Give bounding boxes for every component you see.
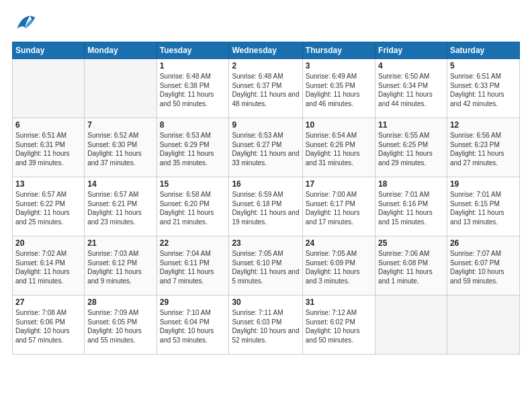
day-number: 31 [306, 298, 372, 307]
calendar-cell: 30Sunrise: 7:11 AM Sunset: 6:03 PM Dayli… [229, 295, 302, 355]
day-info: Sunrise: 6:59 AM Sunset: 6:18 PM Dayligh… [232, 190, 299, 226]
day-info: Sunrise: 7:04 AM Sunset: 6:11 PM Dayligh… [160, 249, 226, 285]
day-number: 5 [450, 61, 517, 71]
day-info: Sunrise: 6:56 AM Sunset: 6:23 PM Dayligh… [450, 131, 517, 167]
day-info: Sunrise: 6:58 AM Sunset: 6:20 PM Dayligh… [160, 190, 226, 226]
day-number: 15 [160, 179, 226, 189]
calendar-cell: 5Sunrise: 6:51 AM Sunset: 6:33 PM Daylig… [447, 59, 519, 118]
calendar-cell: 7Sunrise: 6:52 AM Sunset: 6:30 PM Daylig… [85, 118, 157, 177]
day-number: 26 [450, 238, 517, 248]
day-number: 24 [306, 238, 372, 248]
day-number: 1 [160, 61, 226, 71]
day-info: Sunrise: 7:12 AM Sunset: 6:02 PM Dayligh… [306, 308, 372, 345]
calendar-cell: 11Sunrise: 6:55 AM Sunset: 6:25 PM Dayli… [375, 118, 447, 177]
calendar-cell: 26Sunrise: 7:07 AM Sunset: 6:07 PM Dayli… [447, 236, 519, 295]
day-number: 3 [306, 61, 372, 71]
calendar-week-row: 1Sunrise: 6:48 AM Sunset: 6:38 PM Daylig… [13, 59, 520, 118]
day-number: 29 [160, 298, 226, 307]
calendar-cell: 13Sunrise: 6:57 AM Sunset: 6:22 PM Dayli… [13, 177, 85, 236]
logo [12, 11, 40, 36]
calendar-day-header: Saturday [447, 42, 519, 59]
day-number: 4 [378, 61, 444, 71]
calendar-cell: 19Sunrise: 7:01 AM Sunset: 6:15 PM Dayli… [447, 177, 519, 236]
day-info: Sunrise: 6:54 AM Sunset: 6:26 PM Dayligh… [306, 131, 372, 167]
calendar-cell: 2Sunrise: 6:48 AM Sunset: 6:37 PM Daylig… [229, 59, 302, 118]
calendar-cell: 12Sunrise: 6:56 AM Sunset: 6:23 PM Dayli… [447, 118, 519, 177]
day-number: 12 [450, 120, 517, 130]
logo-icon [12, 11, 38, 36]
calendar-week-row: 27Sunrise: 7:08 AM Sunset: 6:06 PM Dayli… [13, 295, 520, 355]
calendar-cell: 15Sunrise: 6:58 AM Sunset: 6:20 PM Dayli… [157, 177, 229, 236]
calendar-cell: 22Sunrise: 7:04 AM Sunset: 6:11 PM Dayli… [157, 236, 229, 295]
day-info: Sunrise: 7:06 AM Sunset: 6:08 PM Dayligh… [378, 249, 444, 285]
calendar-cell: 8Sunrise: 6:53 AM Sunset: 6:29 PM Daylig… [157, 118, 229, 177]
day-info: Sunrise: 7:01 AM Sunset: 6:16 PM Dayligh… [378, 190, 444, 226]
day-info: Sunrise: 6:51 AM Sunset: 6:31 PM Dayligh… [15, 131, 81, 167]
calendar-cell: 18Sunrise: 7:01 AM Sunset: 6:16 PM Dayli… [375, 177, 447, 236]
calendar-table: SundayMondayTuesdayWednesdayThursdayFrid… [12, 42, 520, 355]
day-number: 16 [232, 179, 299, 189]
day-number: 19 [450, 179, 517, 189]
day-number: 8 [160, 120, 226, 130]
calendar-cell: 27Sunrise: 7:08 AM Sunset: 6:06 PM Dayli… [13, 295, 85, 355]
calendar-day-header: Friday [375, 42, 447, 59]
calendar-cell: 16Sunrise: 6:59 AM Sunset: 6:18 PM Dayli… [229, 177, 302, 236]
calendar-week-row: 13Sunrise: 6:57 AM Sunset: 6:22 PM Dayli… [13, 177, 520, 236]
calendar-week-row: 6Sunrise: 6:51 AM Sunset: 6:31 PM Daylig… [13, 118, 520, 177]
calendar-cell: 31Sunrise: 7:12 AM Sunset: 6:02 PM Dayli… [302, 295, 375, 355]
day-info: Sunrise: 7:00 AM Sunset: 6:17 PM Dayligh… [306, 190, 372, 226]
calendar-cell: 28Sunrise: 7:09 AM Sunset: 6:05 PM Dayli… [85, 295, 157, 355]
calendar-day-header: Monday [85, 42, 157, 59]
header [12, 11, 520, 36]
day-info: Sunrise: 6:57 AM Sunset: 6:21 PM Dayligh… [87, 190, 153, 226]
calendar-cell: 6Sunrise: 6:51 AM Sunset: 6:31 PM Daylig… [13, 118, 85, 177]
day-info: Sunrise: 7:05 AM Sunset: 6:10 PM Dayligh… [232, 249, 299, 285]
calendar-cell [447, 295, 519, 355]
day-info: Sunrise: 6:55 AM Sunset: 6:25 PM Dayligh… [378, 131, 444, 167]
day-info: Sunrise: 6:57 AM Sunset: 6:22 PM Dayligh… [15, 190, 81, 226]
calendar-cell: 25Sunrise: 7:06 AM Sunset: 6:08 PM Dayli… [375, 236, 447, 295]
day-info: Sunrise: 6:51 AM Sunset: 6:33 PM Dayligh… [450, 72, 517, 108]
day-number: 9 [232, 120, 299, 130]
calendar-cell: 1Sunrise: 6:48 AM Sunset: 6:38 PM Daylig… [157, 59, 229, 118]
day-number: 22 [160, 238, 226, 248]
day-info: Sunrise: 6:52 AM Sunset: 6:30 PM Dayligh… [87, 131, 153, 167]
calendar-cell [375, 295, 447, 355]
day-info: Sunrise: 7:05 AM Sunset: 6:09 PM Dayligh… [306, 249, 372, 285]
calendar-cell [13, 59, 85, 118]
calendar-day-header: Sunday [13, 42, 85, 59]
calendar-cell: 14Sunrise: 6:57 AM Sunset: 6:21 PM Dayli… [85, 177, 157, 236]
day-info: Sunrise: 6:48 AM Sunset: 6:37 PM Dayligh… [232, 72, 299, 108]
calendar-header-row: SundayMondayTuesdayWednesdayThursdayFrid… [13, 42, 520, 59]
calendar-cell: 9Sunrise: 6:53 AM Sunset: 6:27 PM Daylig… [229, 118, 302, 177]
calendar-cell: 21Sunrise: 7:03 AM Sunset: 6:12 PM Dayli… [85, 236, 157, 295]
day-info: Sunrise: 7:09 AM Sunset: 6:05 PM Dayligh… [87, 308, 153, 345]
day-info: Sunrise: 7:08 AM Sunset: 6:06 PM Dayligh… [15, 308, 81, 345]
day-number: 27 [15, 298, 81, 307]
day-info: Sunrise: 6:53 AM Sunset: 6:27 PM Dayligh… [232, 131, 299, 167]
calendar-cell: 3Sunrise: 6:49 AM Sunset: 6:35 PM Daylig… [302, 59, 375, 118]
calendar-cell: 20Sunrise: 7:02 AM Sunset: 6:14 PM Dayli… [13, 236, 85, 295]
calendar-day-header: Thursday [302, 42, 375, 59]
day-number: 25 [378, 238, 444, 248]
day-number: 18 [378, 179, 444, 189]
day-number: 17 [306, 179, 372, 189]
day-info: Sunrise: 7:01 AM Sunset: 6:15 PM Dayligh… [450, 190, 517, 226]
day-info: Sunrise: 6:50 AM Sunset: 6:34 PM Dayligh… [378, 72, 444, 108]
day-info: Sunrise: 6:49 AM Sunset: 6:35 PM Dayligh… [306, 72, 372, 108]
day-number: 10 [306, 120, 372, 130]
day-info: Sunrise: 7:10 AM Sunset: 6:04 PM Dayligh… [160, 308, 226, 345]
calendar-cell: 24Sunrise: 7:05 AM Sunset: 6:09 PM Dayli… [302, 236, 375, 295]
day-info: Sunrise: 6:48 AM Sunset: 6:38 PM Dayligh… [160, 72, 226, 108]
calendar-cell: 17Sunrise: 7:00 AM Sunset: 6:17 PM Dayli… [302, 177, 375, 236]
day-number: 14 [87, 179, 153, 189]
calendar-cell: 10Sunrise: 6:54 AM Sunset: 6:26 PM Dayli… [302, 118, 375, 177]
calendar-cell: 29Sunrise: 7:10 AM Sunset: 6:04 PM Dayli… [157, 295, 229, 355]
calendar-day-header: Tuesday [157, 42, 229, 59]
day-number: 6 [15, 120, 81, 130]
day-info: Sunrise: 7:11 AM Sunset: 6:03 PM Dayligh… [232, 308, 299, 345]
day-number: 28 [87, 298, 153, 307]
day-info: Sunrise: 6:53 AM Sunset: 6:29 PM Dayligh… [160, 131, 226, 167]
calendar-week-row: 20Sunrise: 7:02 AM Sunset: 6:14 PM Dayli… [13, 236, 520, 295]
day-info: Sunrise: 7:07 AM Sunset: 6:07 PM Dayligh… [450, 249, 517, 285]
